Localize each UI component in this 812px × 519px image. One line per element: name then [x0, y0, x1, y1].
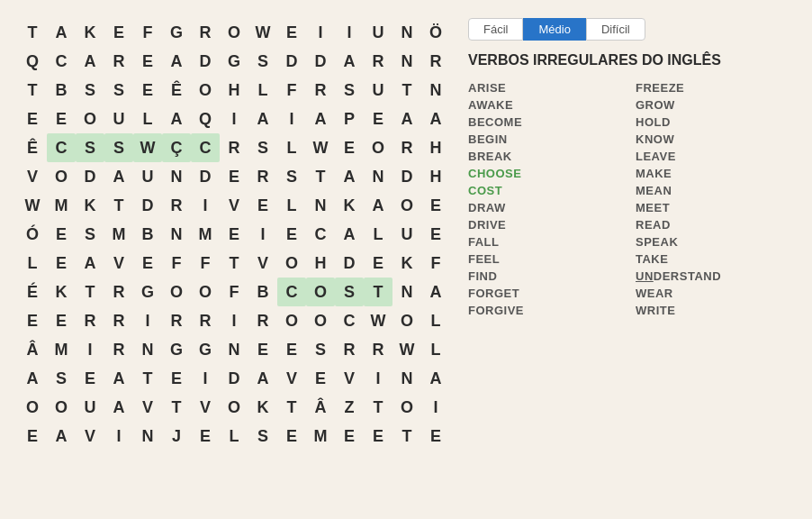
- grid-cell[interactable]: M: [47, 335, 76, 364]
- grid-cell[interactable]: C: [277, 278, 306, 306]
- grid-cell[interactable]: O: [392, 306, 421, 335]
- grid-cell[interactable]: R: [248, 306, 277, 335]
- grid-cell[interactable]: E: [248, 191, 277, 220]
- grid-cell[interactable]: L: [18, 249, 47, 278]
- grid-cell[interactable]: A: [104, 364, 133, 393]
- grid-cell[interactable]: M: [47, 191, 76, 220]
- grid-cell[interactable]: V: [133, 393, 162, 422]
- grid-cell[interactable]: O: [47, 162, 76, 191]
- grid-cell[interactable]: R: [392, 133, 421, 162]
- grid-cell[interactable]: H: [421, 133, 450, 162]
- grid-cell[interactable]: S: [248, 47, 277, 76]
- grid-cell[interactable]: C: [47, 133, 76, 162]
- word-item[interactable]: MAKE: [636, 167, 794, 180]
- grid-cell[interactable]: K: [47, 278, 76, 306]
- grid-cell[interactable]: E: [18, 422, 47, 451]
- grid-cell[interactable]: E: [220, 220, 248, 249]
- grid-cell[interactable]: I: [364, 364, 392, 393]
- grid-cell[interactable]: O: [76, 105, 104, 133]
- word-item[interactable]: MEAN: [636, 184, 794, 197]
- grid-cell[interactable]: F: [421, 249, 450, 278]
- grid-cell[interactable]: R: [364, 335, 392, 364]
- grid-cell[interactable]: L: [364, 220, 392, 249]
- grid-cell[interactable]: I: [335, 18, 364, 47]
- grid-cell[interactable]: E: [104, 18, 133, 47]
- grid-cell[interactable]: A: [335, 220, 364, 249]
- grid-cell[interactable]: A: [76, 47, 104, 76]
- word-item[interactable]: WEAR: [636, 287, 794, 300]
- grid-cell[interactable]: T: [306, 162, 335, 191]
- grid-cell[interactable]: E: [335, 133, 364, 162]
- grid-cell[interactable]: Ó: [18, 220, 47, 249]
- word-item[interactable]: FORGET: [468, 287, 627, 300]
- grid-cell[interactable]: E: [364, 105, 392, 133]
- grid-cell[interactable]: E: [421, 220, 450, 249]
- grid-cell[interactable]: E: [47, 105, 76, 133]
- grid-cell[interactable]: T: [392, 422, 421, 451]
- grid-cell[interactable]: S: [104, 76, 133, 105]
- grid-cell[interactable]: D: [277, 47, 306, 76]
- word-item[interactable]: COST: [468, 184, 627, 197]
- grid-cell[interactable]: R: [104, 47, 133, 76]
- grid-cell[interactable]: W: [133, 133, 162, 162]
- grid-cell[interactable]: N: [364, 162, 392, 191]
- grid-cell[interactable]: A: [364, 191, 392, 220]
- grid-cell[interactable]: E: [133, 47, 162, 76]
- grid-cell[interactable]: J: [162, 422, 191, 451]
- grid-cell[interactable]: D: [191, 47, 220, 76]
- grid-cell[interactable]: V: [248, 249, 277, 278]
- word-item[interactable]: AWAKE: [468, 98, 627, 112]
- word-item[interactable]: FEEL: [468, 252, 627, 266]
- grid-cell[interactable]: F: [277, 76, 306, 105]
- grid-cell[interactable]: N: [133, 422, 162, 451]
- grid-cell[interactable]: T: [277, 393, 306, 422]
- grid-cell[interactable]: D: [220, 364, 248, 393]
- grid-cell[interactable]: M: [191, 220, 220, 249]
- grid-cell[interactable]: H: [220, 76, 248, 105]
- grid-cell[interactable]: K: [335, 191, 364, 220]
- grid-cell[interactable]: W: [392, 335, 421, 364]
- word-item[interactable]: UNDERSTAND: [636, 269, 794, 283]
- grid-cell[interactable]: Q: [191, 105, 220, 133]
- grid-cell[interactable]: N: [392, 364, 421, 393]
- grid-cell[interactable]: L: [133, 105, 162, 133]
- grid-cell[interactable]: Ê: [162, 76, 191, 105]
- grid-cell[interactable]: O: [306, 278, 335, 306]
- word-item[interactable]: ARISE: [468, 81, 627, 95]
- grid-cell[interactable]: E: [421, 191, 450, 220]
- grid-cell[interactable]: R: [248, 162, 277, 191]
- grid-cell[interactable]: N: [220, 335, 248, 364]
- grid-cell[interactable]: O: [277, 306, 306, 335]
- grid-cell[interactable]: R: [191, 18, 220, 47]
- grid-cell[interactable]: E: [277, 335, 306, 364]
- grid-cell[interactable]: E: [277, 220, 306, 249]
- grid-cell[interactable]: U: [392, 220, 421, 249]
- grid-cell[interactable]: E: [47, 306, 76, 335]
- grid-cell[interactable]: S: [306, 335, 335, 364]
- word-item[interactable]: BREAK: [468, 150, 627, 163]
- word-item[interactable]: FREEZE: [636, 81, 794, 95]
- grid-cell[interactable]: N: [162, 220, 191, 249]
- difficulty-btn-difícil[interactable]: Difícil: [586, 18, 645, 41]
- grid-cell[interactable]: T: [162, 393, 191, 422]
- grid-cell[interactable]: Ö: [421, 18, 450, 47]
- grid-cell[interactable]: U: [133, 162, 162, 191]
- grid-cell[interactable]: G: [162, 18, 191, 47]
- difficulty-btn-médio[interactable]: Médio: [523, 18, 585, 41]
- grid-cell[interactable]: V: [104, 249, 133, 278]
- grid-cell[interactable]: S: [277, 162, 306, 191]
- word-item[interactable]: GROW: [636, 98, 794, 112]
- grid-cell[interactable]: D: [76, 162, 104, 191]
- grid-cell[interactable]: F: [220, 278, 248, 306]
- grid-cell[interactable]: G: [191, 335, 220, 364]
- grid-cell[interactable]: W: [18, 191, 47, 220]
- grid-cell[interactable]: R: [364, 47, 392, 76]
- word-item[interactable]: BEGIN: [468, 132, 627, 146]
- grid-cell[interactable]: T: [18, 76, 47, 105]
- grid-cell[interactable]: A: [248, 105, 277, 133]
- grid-cell[interactable]: L: [421, 306, 450, 335]
- grid-cell[interactable]: N: [162, 162, 191, 191]
- grid-cell[interactable]: I: [421, 393, 450, 422]
- word-item[interactable]: FIND: [468, 269, 627, 283]
- grid-cell[interactable]: É: [18, 278, 47, 306]
